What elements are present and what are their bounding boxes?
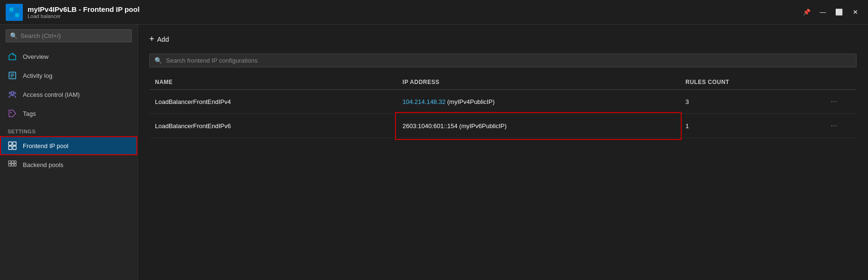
content-search-box[interactable]: 🔍: [149, 54, 857, 67]
svg-rect-15: [13, 142, 16, 145]
sidebar-item-access-control[interactable]: Access control (IAM): [0, 85, 137, 104]
row-ipv6-actions: ···: [821, 114, 857, 138]
svg-rect-2: [10, 13, 13, 17]
sidebar-item-overview-label: Overview: [23, 53, 48, 60]
search-icon: 🔍: [10, 32, 18, 39]
activity-log-icon: [8, 71, 17, 80]
row-ipv4-rules: 3: [680, 90, 821, 114]
content-search-input[interactable]: [166, 57, 851, 64]
sidebar-item-activity-log-label: Activity log: [23, 72, 52, 79]
page-subtitle: Load balancer: [28, 13, 140, 19]
sidebar-item-overview[interactable]: Overview: [0, 47, 137, 66]
titlebar-controls: 📌 — ⬜ ✕: [800, 7, 862, 18]
settings-section-header: SETTINGS: [0, 123, 137, 136]
col-header-ip: IP ADDRESS: [397, 75, 680, 90]
frontend-ip-pool-icon: [8, 141, 17, 150]
ipv4-address-link[interactable]: 104.214.148.32: [403, 98, 445, 105]
app-icon: [6, 4, 23, 21]
col-header-actions: [821, 75, 857, 90]
close-button[interactable]: ✕: [848, 7, 862, 18]
row-ipv6-rules: 1: [680, 114, 821, 138]
access-control-icon: [8, 90, 17, 99]
row-ipv4-name: LoadBalancerFrontEndIPv4: [149, 90, 397, 114]
svg-rect-0: [10, 8, 13, 11]
svg-rect-22: [11, 164, 14, 166]
svg-rect-21: [9, 164, 11, 166]
sidebar-item-activity-log[interactable]: Activity log: [0, 66, 137, 85]
table-header-row: NAME IP ADDRESS RULES COUNT: [149, 75, 857, 90]
sidebar-item-tags[interactable]: Tags: [0, 104, 137, 123]
add-icon: +: [149, 34, 154, 44]
sidebar-item-backend-pools[interactable]: Backend pools: [0, 155, 137, 174]
sidebar-nav: Overview Activity log: [0, 47, 137, 280]
page-title: myIPv4IPv6LB - Frontend IP pool: [28, 5, 140, 13]
sidebar-search-input[interactable]: [20, 32, 127, 39]
sidebar-item-access-control-label: Access control (IAM): [23, 91, 80, 98]
maximize-button[interactable]: ⬜: [832, 7, 846, 18]
table-row: LoadBalancerFrontEndIPv4 104.214.148.32 …: [149, 90, 857, 114]
add-button-label: Add: [157, 36, 169, 43]
svg-rect-3: [15, 13, 19, 17]
svg-rect-18: [9, 161, 11, 163]
svg-point-10: [11, 92, 14, 94]
pin-button[interactable]: 📌: [800, 7, 814, 18]
content-area: + Add 🔍 NAME IP ADDRESS RULES COUNT Load…: [138, 25, 868, 280]
content-search-icon: 🔍: [154, 57, 162, 64]
tags-icon: [8, 109, 17, 118]
main-layout: 🔍 Overview: [0, 25, 868, 280]
row-ipv6-name: LoadBalancerFrontEndIPv6: [149, 114, 397, 138]
titlebar-text: myIPv4IPv6LB - Frontend IP pool Load bal…: [28, 5, 140, 19]
table-row: LoadBalancerFrontEndIPv6 2603:1040:601::…: [149, 114, 857, 138]
overview-icon: [8, 52, 17, 61]
sidebar-search-box[interactable]: 🔍: [6, 29, 132, 42]
add-button[interactable]: + Add: [149, 32, 857, 46]
row-ipv6-address: 2603:1040:601::154 (myIPv6PublicIP): [397, 114, 680, 138]
ipv6-more-button[interactable]: ···: [827, 120, 841, 132]
sidebar-item-tags-label: Tags: [23, 110, 36, 117]
ipv4-address-suffix: (myIPv4PublicIP): [445, 98, 494, 105]
backend-pools-icon: [8, 160, 17, 169]
row-ipv4-actions: ···: [821, 90, 857, 114]
frontend-ip-table: NAME IP ADDRESS RULES COUNT LoadBalancer…: [149, 75, 857, 138]
minimize-button[interactable]: —: [816, 7, 830, 18]
sidebar: 🔍 Overview: [0, 25, 138, 280]
sidebar-item-frontend-ip-pool-label: Frontend IP pool: [23, 142, 68, 149]
col-header-name: NAME: [149, 75, 397, 90]
svg-rect-23: [14, 164, 16, 166]
svg-rect-17: [13, 146, 16, 149]
ipv4-more-button[interactable]: ···: [827, 95, 841, 108]
sidebar-item-backend-pools-label: Backend pools: [23, 161, 63, 168]
svg-rect-16: [9, 146, 12, 149]
svg-rect-1: [15, 8, 19, 11]
titlebar: myIPv4IPv6LB - Frontend IP pool Load bal…: [0, 0, 868, 25]
svg-rect-14: [9, 142, 12, 145]
titlebar-left: myIPv4IPv6LB - Frontend IP pool Load bal…: [6, 4, 140, 21]
svg-point-13: [10, 112, 12, 113]
svg-rect-20: [14, 161, 16, 163]
col-header-rules: RULES COUNT: [680, 75, 821, 90]
svg-rect-19: [11, 161, 14, 163]
row-ipv4-address: 104.214.148.32 (myIPv4PublicIP): [397, 90, 680, 114]
sidebar-item-frontend-ip-pool[interactable]: Frontend IP pool: [0, 136, 137, 155]
